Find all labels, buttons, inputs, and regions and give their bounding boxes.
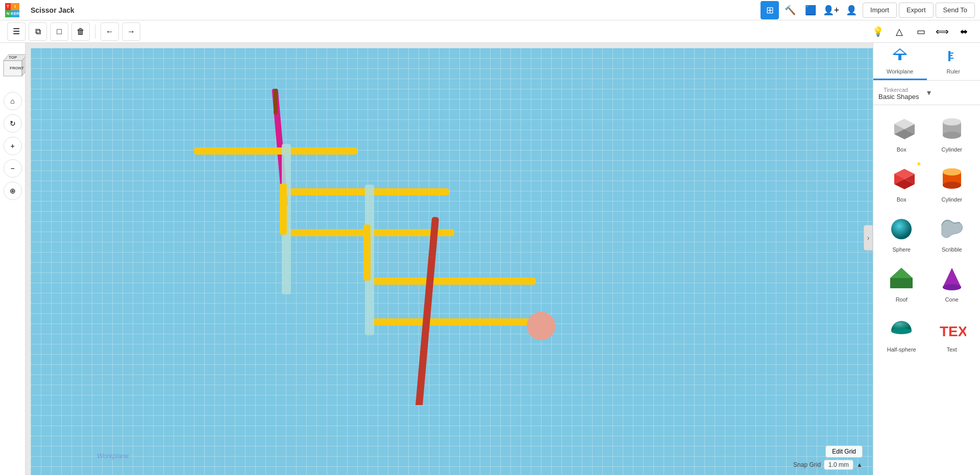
grid-view-btn[interactable]: ⊞ xyxy=(761,1,779,19)
shape-item-cylinder-gray[interactable]: Cylinder xyxy=(928,109,976,157)
svg-marker-44 xyxy=(890,268,913,278)
shape-item-scribble[interactable]: Scribble xyxy=(928,209,976,257)
shape-wrapper-cylinder-gray: Cylinder xyxy=(928,109,976,157)
viewport[interactable]: Workplane Edit Grid Snap Grid 1.0 mm ▲ xyxy=(31,48,873,475)
toolbar-sep1 xyxy=(95,24,95,39)
svg-rect-15 xyxy=(413,217,439,405)
rotate-nav-btn[interactable]: ↻ xyxy=(4,114,22,133)
shape-label-cylinder-gray: Cylinder xyxy=(942,146,962,153)
shape-icon-box-red xyxy=(886,164,917,194)
hammer-btn[interactable]: 🔨 xyxy=(781,1,799,19)
shape-wrapper-text-red: TEXT Text xyxy=(928,309,976,357)
shape-label-box-red: Box xyxy=(897,196,906,203)
scissor-jack-model xyxy=(184,89,567,405)
shapes-chevron-icon[interactable]: ▾ xyxy=(927,88,975,97)
undo-btn[interactable]: ← xyxy=(101,22,119,41)
shape-wrapper-cone-purple: Cone xyxy=(928,259,976,307)
profile-btn[interactable]: 👤 xyxy=(842,1,861,19)
right-panel: Workplane Ruler Tinkercad Basic Shapes xyxy=(873,43,980,475)
svg-rect-21 xyxy=(898,55,901,60)
collapse-panel-btn[interactable]: › xyxy=(864,225,873,251)
logo-n: N xyxy=(5,10,11,17)
shape-icon-box-gray xyxy=(886,114,917,144)
svg-point-40 xyxy=(943,182,961,189)
grid-background: Workplane Edit Grid Snap Grid 1.0 mm ▲ xyxy=(31,48,873,475)
app-title: Scissor Jack xyxy=(31,6,75,14)
shape2d-btn[interactable]: △ xyxy=(890,22,909,41)
shape-label-box-gray: Box xyxy=(897,146,906,153)
ruler-btn[interactable]: Ruler xyxy=(927,43,981,80)
shape-icon-cone-purple xyxy=(937,264,967,294)
workplane-btn-label: Workplane xyxy=(887,68,913,74)
fit-btn[interactable]: ⊕ xyxy=(4,182,22,200)
shape-wrapper-roof-green: Roof xyxy=(877,259,926,307)
shapes-header: Tinkercad Basic Shapes ▾ xyxy=(873,81,980,105)
duplicate-btn[interactable]: ⧉ xyxy=(29,22,47,41)
import-btn[interactable]: Import xyxy=(863,3,897,18)
shape-item-text-red[interactable]: TEXT Text xyxy=(928,309,976,357)
snap-grid-row: Snap Grid 1.0 mm ▲ xyxy=(793,460,863,470)
light-btn[interactable]: 💡 xyxy=(869,22,887,41)
snap-grid-value[interactable]: 1.0 mm xyxy=(824,460,853,470)
flip-v-btn[interactable]: ⟺ xyxy=(933,22,951,41)
svg-point-42 xyxy=(891,219,912,239)
shape-wrapper-half-sphere-teal: Half-sphere xyxy=(877,309,926,357)
svg-text:FRONT: FRONT xyxy=(10,66,24,70)
svg-rect-11 xyxy=(373,278,536,285)
canvas-area[interactable]: Workplane Edit Grid Snap Grid 1.0 mm ▲ xyxy=(26,43,873,475)
shape-label-half-sphere-teal: Half-sphere xyxy=(887,346,916,353)
logo-t: T xyxy=(5,3,11,10)
shape-label-scribble: Scribble xyxy=(942,246,962,253)
flip-h-btn[interactable]: ⬌ xyxy=(954,22,973,41)
shape-icon-roof-green xyxy=(886,264,917,294)
zoom-out-btn[interactable]: − xyxy=(4,159,22,178)
add-user-btn[interactable]: 👤+ xyxy=(822,1,840,19)
shape-wrapper-box-red: ★ Box xyxy=(877,159,926,207)
shape-icon-sphere-teal xyxy=(886,214,917,244)
shape-item-cone-purple[interactable]: Cone xyxy=(928,259,976,307)
shape-icon-text-red: TEXT xyxy=(937,314,967,344)
svg-point-32 xyxy=(943,132,961,139)
shape-icon-half-sphere-teal xyxy=(886,314,917,344)
export-btn[interactable]: Export xyxy=(899,3,934,18)
basic-shapes-label: Basic Shapes xyxy=(878,93,927,101)
star-badge-box-red: ★ xyxy=(916,160,922,167)
svg-point-41 xyxy=(943,168,961,176)
box-btn[interactable]: 🟦 xyxy=(801,1,820,19)
bottom-controls: Edit Grid Snap Grid 1.0 mm ▲ xyxy=(793,445,863,470)
redo-btn[interactable]: → xyxy=(122,22,140,41)
shape-label-roof-green: Roof xyxy=(896,296,908,303)
shape-item-sphere-teal[interactable]: Sphere xyxy=(877,209,926,257)
mirror-btn[interactable]: □ xyxy=(50,22,68,41)
main: FRONT TOP ⌂ ↻ + − ⊕ xyxy=(0,43,980,475)
send-to-btn[interactable]: Send To xyxy=(936,3,975,18)
zoom-in-btn[interactable]: + xyxy=(4,137,22,155)
edit-grid-btn[interactable]: Edit Grid xyxy=(825,445,863,458)
view-cube-svg: FRONT TOP xyxy=(0,51,27,81)
home-nav-btn[interactable]: ⌂ xyxy=(4,92,22,110)
right-panel-top: Workplane Ruler xyxy=(873,43,980,81)
shapes-grid: Box Cylinder xyxy=(873,105,980,361)
shape-label-text-red: Text xyxy=(947,346,957,353)
shape-item-roof-green[interactable]: Roof xyxy=(877,259,926,307)
workplane-btn[interactable]: Workplane xyxy=(873,43,927,80)
toolbar: ☰ ⧉ □ 🗑 ← → 💡 △ ▭ ⟺ ⬌ xyxy=(0,20,980,43)
workplane-icon xyxy=(892,47,908,66)
topbar-right: ⊞ 🔨 🟦 👤+ 👤 Import Export Send To xyxy=(761,1,975,19)
shape-wrapper-scribble: Scribble xyxy=(928,209,976,257)
view-cube[interactable]: FRONT TOP xyxy=(0,48,28,84)
align-btn[interactable]: ▭ xyxy=(912,22,930,41)
shape-item-half-sphere-teal[interactable]: Half-sphere xyxy=(877,309,926,357)
shape-item-box-gray[interactable]: Box xyxy=(877,109,926,157)
group-btn[interactable]: ☰ xyxy=(7,22,26,41)
delete-btn[interactable]: 🗑 xyxy=(71,22,90,41)
svg-rect-18 xyxy=(363,224,371,281)
left-sidebar: FRONT TOP ⌂ ↻ + − ⊕ xyxy=(0,43,26,475)
shape-item-cylinder-orange[interactable]: Cylinder xyxy=(928,159,976,207)
snap-chevron-icon[interactable]: ▲ xyxy=(856,461,863,468)
workplane-label: Workplane xyxy=(97,452,129,460)
topbar: T I N KER Scissor Jack ⊞ 🔨 🟦 👤+ 👤 Import… xyxy=(0,0,980,20)
shape-label-cone-purple: Cone xyxy=(945,296,959,303)
toolbar-right: 💡 △ ▭ ⟺ ⬌ xyxy=(869,22,973,41)
shape-wrapper-box-gray: Box xyxy=(877,109,926,157)
